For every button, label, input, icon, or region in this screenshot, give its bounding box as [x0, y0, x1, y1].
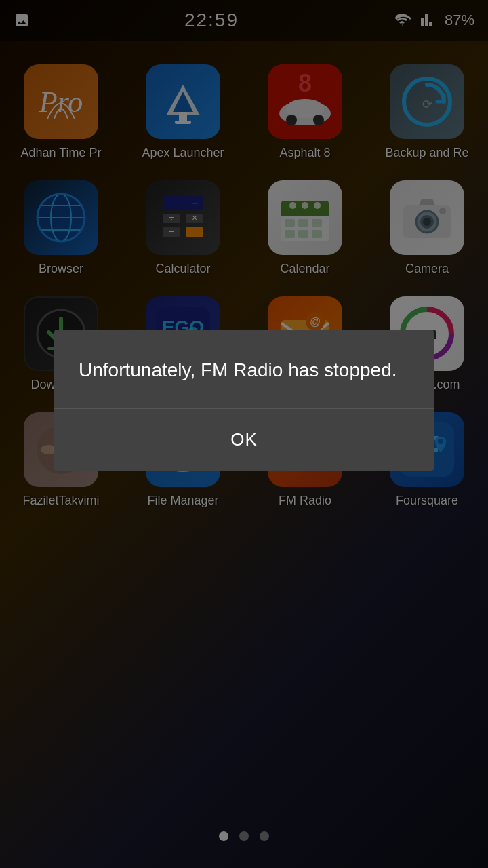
dialog-button-area: OK: [54, 409, 434, 471]
dialog-overlay: Unfortunately, FM Radio has stopped. OK: [0, 0, 488, 868]
error-dialog: Unfortunately, FM Radio has stopped. OK: [54, 330, 434, 470]
dialog-message: Unfortunately, FM Radio has stopped.: [54, 330, 434, 408]
dialog-ok-button[interactable]: OK: [190, 416, 298, 464]
